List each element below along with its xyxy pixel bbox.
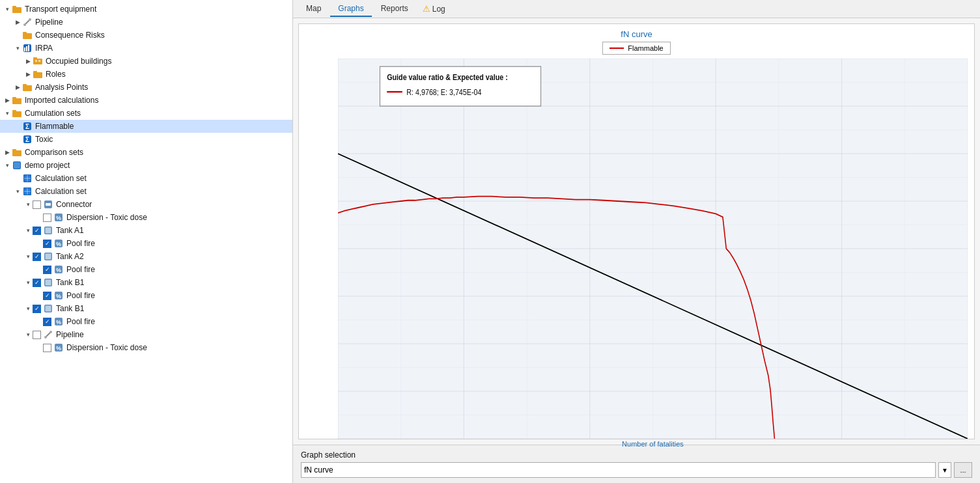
svg-rect-20 [12,111,21,117]
tree-label-connector: Connector [56,200,92,209]
checkbox-tank-b1b[interactable] [33,305,41,313]
svg-rect-0 [12,7,21,13]
tree-expand-demo-project[interactable]: ▾ [3,161,12,170]
sigma-icon: Σ [22,121,33,131]
folder-icon [33,69,43,79]
tree-item-tank-a1[interactable]: ▾Tank A1 [0,224,292,237]
tree-item-dispersion-toxic-1[interactable]: %Dispersion - Toxic dose [0,211,292,224]
svg-text:%: % [56,267,61,273]
tree-item-calc-set-1[interactable]: Calculation set [0,172,292,185]
svg-point-3 [29,18,31,21]
tree-item-consequence-risks[interactable]: Consequence Risks [0,29,292,42]
checkbox-pipeline-2[interactable] [33,331,41,339]
tree-item-analysis-points[interactable]: ▶Analysis Points [0,81,292,94]
tree-expand-imported-calculations[interactable]: ▶ [3,96,12,105]
tree-expand-tank-a2[interactable]: ▾ [23,252,33,261]
checkbox-pool-fire-b1a[interactable] [43,292,51,300]
checkbox-pool-fire-a2[interactable] [43,266,51,274]
calc-icon [22,186,33,197]
tree-item-pool-fire-b1a[interactable]: %Pool fire [0,289,292,302]
tree-item-occupied-buildings[interactable]: ▶Occupied buildings [0,55,292,68]
checkbox-dispersion-toxic-2[interactable] [43,344,51,352]
tree-item-pipeline-1[interactable]: ▶Pipeline [0,16,292,29]
tree-item-pool-fire-a1[interactable]: %Pool fire [0,237,292,250]
folder-icon [12,147,22,158]
tree-item-transport-equipment[interactable]: ▾Transport equipment [0,3,292,16]
tree-item-calc-set-2[interactable]: ▾Calculation set [0,185,292,198]
svg-point-2 [23,23,26,26]
percent-icon: % [53,316,64,327]
svg-point-59 [49,331,52,333]
tree-item-dispersion-toxic-2[interactable]: %Dispersion - Toxic dose [0,341,292,354]
tree-expand-flammable [13,122,22,131]
tree-item-toxic[interactable]: ΣToxic [0,133,292,146]
tab-map[interactable]: Map [298,1,329,17]
checkbox-tank-a1[interactable] [33,227,41,235]
graph-select[interactable]: fN curve [301,462,936,478]
tank-icon [43,225,53,236]
pipeline-icon [43,329,53,340]
tree-expand-cumulation-sets[interactable]: ▾ [3,109,12,118]
tree-expand-analysis-points[interactable]: ▶ [13,83,22,92]
tree-expand-irpa[interactable]: ▾ [13,44,22,53]
tree-item-flammable[interactable]: ΣFlammable [0,120,292,133]
svg-rect-1 [12,6,16,8]
tree-item-connector[interactable]: ▾Connector [0,198,292,211]
tree-expand-tank-a1[interactable]: ▾ [23,226,33,235]
tree-item-tank-b1b[interactable]: ▾Tank B1 [0,302,292,315]
tree-expand-occupied-buildings[interactable]: ▶ [23,57,33,66]
tree-expand-tank-b1a[interactable]: ▾ [23,278,33,287]
tree-expand-comparison-sets[interactable]: ▶ [3,148,12,157]
tree-item-pool-fire-a2[interactable]: %Pool fire [0,263,292,276]
tree-label-occupied-buildings: Occupied buildings [46,57,111,66]
tree-item-tank-b1a[interactable]: ▾Tank B1 [0,276,292,289]
tab-log[interactable]: ⚠ Log [417,1,451,16]
tree-item-pipeline-2[interactable]: ▾Pipeline [0,328,292,341]
tree-expand-tank-b1b[interactable]: ▾ [23,304,33,313]
svg-rect-17 [23,84,27,86]
tree-expand-transport-equipment[interactable]: ▾ [3,5,12,14]
tree-label-demo-project: demo project [25,161,70,170]
tab-graphs[interactable]: Graphs [330,1,371,17]
graph-options-button[interactable]: ... [954,462,972,478]
tree-item-pool-fire-b1b[interactable]: %Pool fire [0,315,292,328]
tree-expand-calc-set-2[interactable]: ▾ [13,187,22,196]
svg-text:Guide value ratio & Expected v: Guide value ratio & Expected value : [387,73,508,81]
tree-expand-roles[interactable]: ▶ [23,70,33,79]
demo-icon [12,160,22,171]
tree-label-calc-set-1: Calculation set [35,174,87,183]
checkbox-tank-b1a[interactable] [33,279,41,287]
tree-item-tank-a2[interactable]: ▾Tank A2 [0,250,292,263]
tree-label-dispersion-toxic-1: Dispersion - Toxic dose [66,213,147,222]
tree-label-tank-b1a: Tank B1 [56,278,84,287]
svg-rect-55 [45,305,51,312]
tree-label-comparison-sets: Comparison sets [25,148,83,157]
tree-label-tank-a2: Tank A2 [56,252,84,261]
checkbox-pool-fire-a1[interactable] [43,240,51,248]
tree-item-roles[interactable]: ▶Roles [0,68,292,81]
tree-item-comparison-sets[interactable]: ▶Comparison sets [0,146,292,159]
tree-label-consequence-risks: Consequence Risks [35,31,105,40]
warning-icon: ⚠ [423,4,430,14]
svg-text:R: 4,9768; E: 3,745E-04: R: 4,9768; E: 3,745E-04 [406,88,482,96]
tab-reports[interactable]: Reports [373,1,416,17]
irpa-icon [22,43,33,53]
tree-expand-pipeline-2[interactable]: ▾ [23,330,33,339]
svg-text:Σ: Σ [25,123,29,130]
checkbox-pool-fire-b1b[interactable] [43,318,51,326]
checkbox-connector[interactable] [33,200,41,209]
tree-label-pipeline-1: Pipeline [35,18,63,27]
svg-rect-12 [35,60,37,62]
tree-expand-pipeline-1[interactable]: ▶ [13,18,22,27]
checkbox-tank-a2[interactable] [33,253,41,261]
svg-rect-43 [45,227,51,234]
percent-icon: % [53,342,64,353]
tree-item-demo-project[interactable]: ▾demo project [0,159,292,172]
tree-item-cumulation-sets[interactable]: ▾Cumulation sets [0,107,292,120]
tree-item-imported-calculations[interactable]: ▶Imported calculations [0,94,292,107]
checkbox-dispersion-toxic-1[interactable] [43,214,51,222]
graph-select-arrow[interactable]: ▼ [938,462,951,478]
svg-rect-15 [33,71,37,73]
tree-item-irpa[interactable]: ▾IRPA [0,42,292,55]
tree-expand-connector[interactable]: ▾ [23,200,33,209]
